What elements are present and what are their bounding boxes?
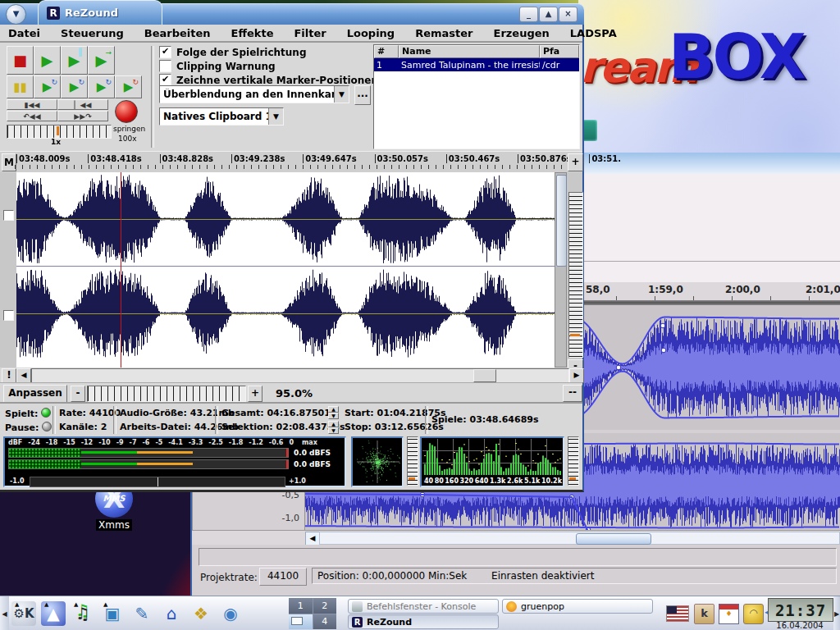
loop-selection-button[interactable]: ▶↻	[61, 75, 88, 98]
launcher-editor-icon[interactable]: ✎	[130, 601, 154, 626]
zoom-in-button[interactable]: +	[248, 386, 262, 402]
shuttle-slider-handle[interactable]	[57, 126, 59, 135]
vertical-zoom-in-button[interactable]: +	[568, 153, 583, 171]
phase-zoom-slider[interactable]	[407, 436, 418, 486]
menu-effekte[interactable]: Effekte	[231, 27, 274, 39]
scrollbar-track[interactable]	[31, 368, 569, 383]
launcher-konqueror-icon[interactable]: ❖	[189, 601, 213, 626]
menu-steuerung[interactable]: Steuerung	[61, 27, 124, 39]
pause-button[interactable]: ▮▮	[7, 75, 34, 98]
play-from-position-button[interactable]: ▶→	[88, 46, 115, 75]
pager-desktop-3[interactable]: 3	[289, 614, 313, 630]
col-path[interactable]: Pfa	[540, 45, 579, 58]
crossfade-dropdown[interactable]: Überblendung an den Innenkanten ▼	[159, 85, 349, 103]
checkbox-label: Clipping Warnung	[176, 61, 276, 72]
chevron-down-icon[interactable]: ▼	[268, 108, 283, 125]
fit-button[interactable]: Anpassen	[3, 385, 67, 403]
record-button[interactable]	[115, 100, 138, 123]
panel-hide-right-icon[interactable]: ▶	[833, 596, 840, 630]
window-menu-button[interactable]: ▼	[6, 4, 26, 25]
pager-desktop-2[interactable]: 2	[313, 598, 337, 614]
menu-ladspa[interactable]: LADSPA	[570, 27, 617, 39]
rewind-pause-button[interactable]: ▮◀◀	[7, 99, 57, 110]
calendar-tray-icon[interactable]: ♦	[719, 604, 739, 624]
stop-button[interactable]: ■	[7, 46, 34, 75]
keyboard-layout-flag-icon[interactable]	[666, 605, 689, 622]
launcher-rocket-icon[interactable]: ▲▲	[41, 601, 66, 626]
scroll-right-arrow-icon[interactable]: ▶	[569, 368, 584, 383]
close-button[interactable]: ×	[559, 7, 578, 22]
menu-looping[interactable]: Looping	[347, 27, 395, 39]
filelist-row-selected[interactable]: 1 Samred Talupinam - the irresistible Ma…	[374, 58, 579, 71]
checkbox-box[interactable]: ✔	[159, 46, 171, 58]
waveform-ruler[interactable]: M 03:48.009s03:48.418s03:48.828s03:49.23…	[0, 151, 582, 173]
collapse-button[interactable]: --	[563, 385, 582, 402]
open-files-list[interactable]: # Name Pfa 1 Samred Talupinam - the irre…	[373, 44, 580, 149]
channel2-checkbox[interactable]	[3, 310, 14, 321]
launcher-terminal-icon[interactable]: ▣▲	[100, 601, 125, 626]
alert-button[interactable]: !	[2, 368, 16, 383]
col-num[interactable]: #	[374, 45, 399, 58]
waveform-horizontal-scrollbar[interactable]: ! ◀ ▶	[0, 368, 582, 382]
menu-erzeugen[interactable]: Erzeugen	[494, 27, 550, 39]
maximize-button[interactable]: ▲	[539, 7, 558, 22]
lock-tray-icon[interactable]: ◠	[743, 604, 764, 624]
klipper-tray-icon[interactable]: k	[694, 604, 714, 624]
scrollbar-thumb[interactable]	[556, 175, 567, 267]
shuttle-back-button[interactable]: ↶◀◀	[7, 111, 57, 121]
waveform-vertical-scrollbar[interactable]	[555, 172, 567, 368]
phase-scope-panel	[351, 436, 404, 487]
checkbox-0[interactable]: ✔Folge der Spielrichtung	[159, 46, 307, 58]
menu-remaster[interactable]: Remaster	[415, 27, 472, 39]
play-button[interactable]: ▶	[34, 46, 61, 75]
loop-gap-button[interactable]: ▶↻	[115, 75, 142, 98]
crossfade-more-button[interactable]: ...	[354, 85, 371, 105]
vertical-zoom-handle[interactable]	[570, 334, 580, 336]
menu-bearbeiten[interactable]: Bearbeiten	[144, 27, 211, 39]
loop-button[interactable]: ▶↻	[34, 75, 61, 98]
project-rate-value[interactable]: 44100	[259, 568, 307, 586]
pager-desktop-4[interactable]: 4	[313, 614, 337, 630]
scroll-left-arrow-icon[interactable]: ◀	[16, 368, 31, 383]
scrollbar-thumb[interactable]	[576, 533, 651, 545]
task-gruenpop[interactable]: gruenpop	[502, 599, 653, 614]
panel-hide-left-icon[interactable]: ◀	[0, 596, 9, 630]
zoom-out-button[interactable]: -	[71, 386, 85, 402]
shuttle-forward-button[interactable]: ▶▶↷	[57, 111, 108, 121]
desktop-pager[interactable]: 1234	[289, 598, 336, 629]
skip-to-start-button[interactable]: ▏◀◀	[57, 99, 108, 110]
checkbox-box[interactable]	[159, 60, 171, 72]
task-rezound[interactable]: R ReZound	[348, 614, 499, 629]
minimize-button[interactable]: _	[519, 7, 538, 22]
audacity-horizontal-scrollbar[interactable]: ◀	[192, 530, 840, 546]
checkbox-2[interactable]: ✔Zeichne vertikale Marker-Positionen	[159, 74, 378, 86]
launcher-home-icon[interactable]: ⌂	[159, 601, 184, 626]
checkbox-box[interactable]: ✔	[159, 74, 171, 86]
clipboard-dropdown[interactable]: Natives Clipboard 1 ▼	[159, 107, 284, 126]
play-selection-button[interactable]: ▶▌	[61, 46, 88, 75]
clock[interactable]: 21:37	[768, 598, 833, 622]
pager-desktop-1[interactable]: 1	[289, 598, 313, 614]
analyzer-zoom-slider[interactable]	[568, 436, 579, 486]
waveform-canvas[interactable]	[16, 172, 555, 368]
stop-spinner[interactable]: ▲▼	[328, 421, 339, 433]
scrollbar-thumb[interactable]	[473, 369, 496, 382]
titlebar-tab[interactable]: R ReZound	[38, 0, 162, 25]
kmenu-button[interactable]: ⚙K▲	[11, 601, 36, 626]
start-spinner[interactable]: ▲▼	[328, 406, 339, 418]
menu-datei[interactable]: Datei	[8, 27, 40, 39]
shuttle-slider[interactable]	[7, 125, 112, 139]
chevron-down-icon[interactable]: ▼	[334, 86, 349, 103]
channel1-checkbox[interactable]	[3, 210, 14, 221]
waveform-view[interactable]: -	[0, 172, 582, 368]
menu-filter[interactable]: Filter	[294, 27, 326, 39]
col-name[interactable]: Name	[399, 45, 540, 58]
launcher-globe-icon[interactable]: ◉	[218, 601, 243, 626]
scrollbar-track[interactable]	[319, 532, 840, 545]
checkbox-1[interactable]: Clipping Warnung	[159, 60, 276, 72]
loop-skip-button[interactable]: ▶↻	[88, 75, 115, 98]
zoom-slider[interactable]	[87, 386, 246, 402]
launcher-sound-icon[interactable]: ♫▲	[71, 601, 95, 626]
vertical-zoom-slider[interactable]	[568, 192, 583, 358]
task-konsole[interactable]: Befehlsfenster - Konsole	[348, 599, 499, 614]
